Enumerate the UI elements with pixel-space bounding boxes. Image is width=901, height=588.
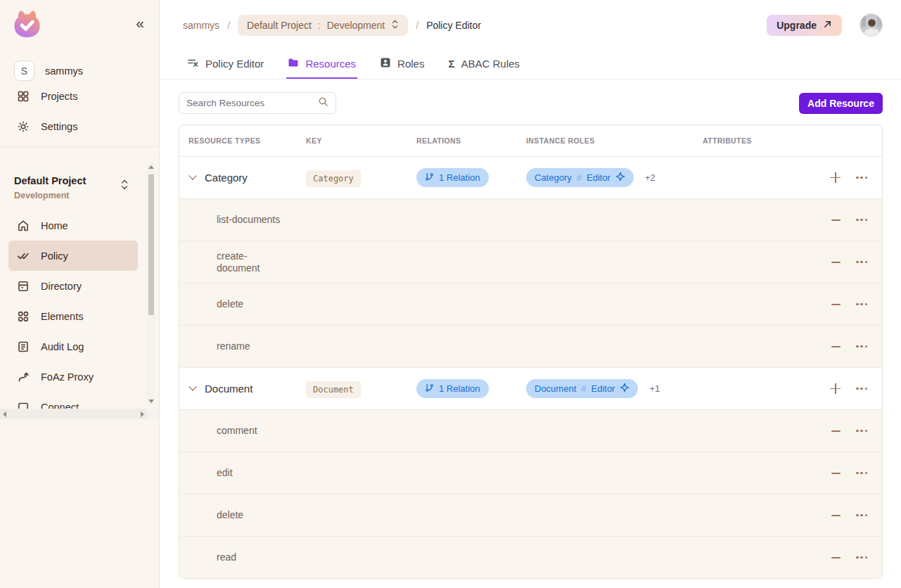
sidebar-item-directory[interactable]: Directory xyxy=(8,271,138,301)
tab-bar: Policy Editor Resources Roles xyxy=(160,50,901,79)
ellipsis-icon xyxy=(856,219,867,222)
tab-roles[interactable]: Roles xyxy=(378,50,426,79)
sidebar-item-policy[interactable]: Policy xyxy=(8,241,138,271)
sidebar-item-projects[interactable]: Projects xyxy=(0,81,159,111)
relation-branch-icon xyxy=(425,383,434,395)
resources-toolbar: Add Resource xyxy=(160,79,901,114)
relations-badge[interactable]: 1 Relation xyxy=(416,168,489,187)
scrollbar-thumb[interactable] xyxy=(148,174,154,315)
sidebar-vertical-scrollbar[interactable] xyxy=(147,163,155,405)
roles-badge-icon xyxy=(380,57,391,70)
row-menu-button[interactable] xyxy=(856,341,867,352)
sidebar-item-label: Policy xyxy=(41,250,68,262)
remove-action-button[interactable] xyxy=(831,299,841,310)
action-row: delete xyxy=(179,494,882,536)
policy-editor-icon xyxy=(187,57,199,71)
upgrade-label: Upgrade xyxy=(777,20,817,31)
org-switcher[interactable]: S sammys xyxy=(0,60,159,81)
sidebar-item-label: Settings xyxy=(41,121,77,132)
minus-icon xyxy=(831,304,841,305)
tab-label: Resources xyxy=(305,58,356,70)
minus-icon xyxy=(831,473,841,474)
org-avatar: S xyxy=(14,60,34,81)
upgrade-button[interactable]: Upgrade xyxy=(767,15,842,36)
remove-action-button[interactable] xyxy=(831,215,841,226)
remove-action-button[interactable] xyxy=(831,468,841,479)
row-menu-button[interactable] xyxy=(856,510,867,521)
remove-action-button[interactable] xyxy=(831,426,841,437)
proxy-arrow-icon xyxy=(17,371,30,383)
remove-action-button[interactable] xyxy=(831,257,841,268)
tab-policy-editor[interactable]: Policy Editor xyxy=(186,50,265,79)
instance-role-badge[interactable]: Document#Editor xyxy=(526,379,638,398)
row-menu-button[interactable] xyxy=(856,468,867,479)
breadcrumb-page: Policy Editor xyxy=(426,20,481,31)
sidebar-horizontal-scrollbar[interactable] xyxy=(0,409,147,419)
row-menu-button[interactable] xyxy=(856,257,867,268)
sidebar-item-audit-log[interactable]: Audit Log xyxy=(8,331,138,362)
scroll-left-arrow-icon[interactable] xyxy=(3,411,6,417)
sidebar-nav: Home Policy Directory xyxy=(8,210,138,419)
search-input[interactable] xyxy=(186,98,312,108)
relations-badge[interactable]: 1 Relation xyxy=(416,379,489,398)
scroll-right-arrow-icon[interactable] xyxy=(141,411,144,417)
chevron-updown-icon xyxy=(120,179,129,193)
breadcrumb: sammys / Default Project : Development /… xyxy=(183,15,481,36)
breadcrumb-org[interactable]: sammys xyxy=(183,20,219,31)
scroll-up-arrow-icon[interactable] xyxy=(148,165,154,169)
breadcrumb-separator: / xyxy=(416,20,418,31)
app-root: « S sammys Projects Settings xyxy=(0,0,901,588)
action-row: read xyxy=(179,536,882,578)
action-row: list-documents xyxy=(179,198,882,241)
minus-icon xyxy=(831,515,841,516)
action-row: rename xyxy=(179,325,882,367)
table-header: RESOURCE TYPES KEY RELATIONS INSTANCE RO… xyxy=(179,125,882,156)
row-menu-button[interactable] xyxy=(856,552,867,563)
sidebar-header: « xyxy=(0,0,159,43)
user-avatar[interactable] xyxy=(860,13,883,37)
double-check-icon xyxy=(17,250,30,262)
tab-abac-rules[interactable]: Σ ABAC Rules xyxy=(447,50,520,79)
chevron-updown-icon xyxy=(391,19,399,32)
collapse-sidebar-button[interactable]: « xyxy=(136,15,142,30)
extra-roles-count[interactable]: +1 xyxy=(649,383,660,394)
breadcrumb-project-pill[interactable]: Default Project : Development xyxy=(238,15,408,36)
action-name: delete xyxy=(217,298,243,310)
chevron-down-icon[interactable] xyxy=(188,172,196,179)
row-menu-button[interactable] xyxy=(856,215,867,226)
add-action-button[interactable] xyxy=(830,172,841,184)
action-row: comment xyxy=(179,409,882,452)
grid-icon xyxy=(17,90,30,103)
project-environment-switcher[interactable]: Default Project Development xyxy=(0,159,159,200)
remove-action-button[interactable] xyxy=(831,552,841,563)
action-name: edit xyxy=(217,467,233,479)
remove-action-button[interactable] xyxy=(831,510,841,521)
instance-role-hash: # xyxy=(581,383,586,394)
row-menu-button[interactable] xyxy=(856,383,867,395)
home-icon xyxy=(17,219,30,232)
instance-role-badge[interactable]: Category#Editor xyxy=(526,168,634,187)
sidebar-item-foaz-proxy[interactable]: FoAz Proxy xyxy=(8,362,138,392)
search-icon xyxy=(318,96,328,110)
column-header: KEY xyxy=(306,136,416,145)
add-resource-button[interactable]: Add Resource xyxy=(799,93,883,114)
tab-resources[interactable]: Resources xyxy=(286,50,357,79)
sparkle-diamond-icon xyxy=(620,383,630,395)
row-menu-button[interactable] xyxy=(856,172,867,184)
search-box[interactable] xyxy=(179,92,336,114)
sidebar-item-settings[interactable]: Settings xyxy=(0,111,159,141)
resource-name: Category xyxy=(205,172,248,184)
instance-role-name: Editor xyxy=(591,383,615,394)
extra-roles-count[interactable]: +2 xyxy=(645,172,656,183)
sigma-icon: Σ xyxy=(448,58,454,70)
row-menu-button[interactable] xyxy=(856,299,867,310)
action-row: create-document xyxy=(179,241,882,283)
add-action-button[interactable] xyxy=(830,383,841,395)
row-menu-button[interactable] xyxy=(856,426,867,437)
sidebar-item-label: Directory xyxy=(41,281,82,292)
remove-action-button[interactable] xyxy=(831,341,841,352)
chevron-down-icon[interactable] xyxy=(188,383,196,390)
sidebar-item-elements[interactable]: Elements xyxy=(8,301,138,331)
sidebar-item-home[interactable]: Home xyxy=(8,210,138,241)
scroll-down-arrow-icon[interactable] xyxy=(148,400,154,403)
